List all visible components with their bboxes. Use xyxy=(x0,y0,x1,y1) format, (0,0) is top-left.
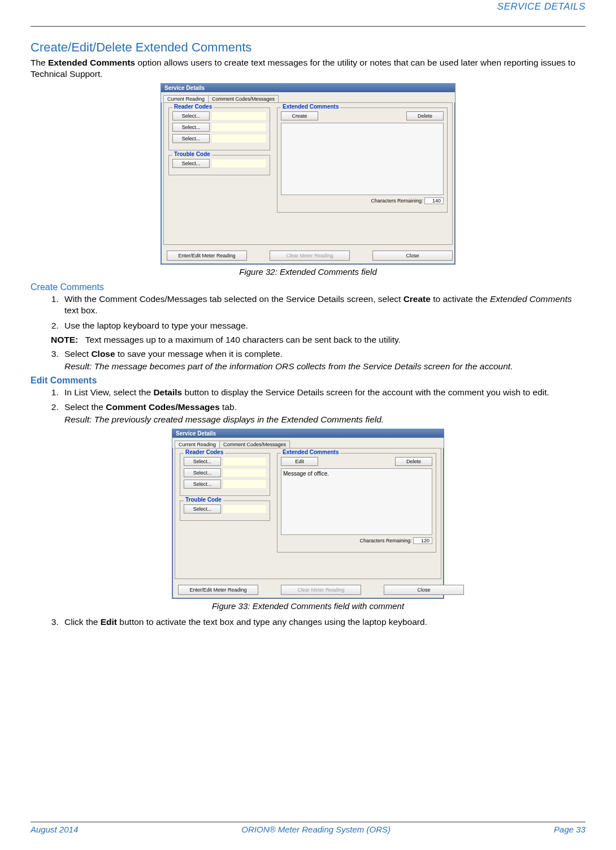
select-button[interactable]: Select... xyxy=(172,123,210,132)
reader-codes-label: Reader Codes xyxy=(172,103,214,110)
intro-pre: The xyxy=(31,58,48,67)
footer-title: ORION® Meter Reading System (ORS) xyxy=(241,825,391,834)
t: text box. xyxy=(64,305,98,315)
edit-steps-cont: Click the Edit button to activate the te… xyxy=(51,616,585,628)
select-button[interactable]: Select... xyxy=(172,111,210,120)
comments-textbox[interactable]: Message of office. xyxy=(281,468,432,535)
t: Select the xyxy=(64,402,106,412)
header-rule xyxy=(31,26,585,27)
t: to activate the xyxy=(431,294,490,304)
section-title: Create/Edit/Delete Extended Comments xyxy=(31,40,585,55)
trouble-code-label: Trouble Code xyxy=(172,151,212,157)
figure-32-caption: Figure 32: Extended Comments field xyxy=(31,267,585,277)
t: Comment Codes/Messages xyxy=(106,402,220,412)
tab-current-reading[interactable]: Current Reading xyxy=(175,441,220,448)
t: button to display the Service Details sc… xyxy=(182,387,549,397)
create-button[interactable]: Create xyxy=(281,111,318,120)
step-1: With the Comment Codes/Messages tab sele… xyxy=(61,294,585,316)
t: Select xyxy=(64,349,91,359)
edit-button[interactable]: Edit xyxy=(281,457,318,466)
select-button[interactable]: Select... xyxy=(184,480,221,489)
figure-32-screenshot: Service Details Current ReadingComment C… xyxy=(160,83,456,265)
chars-remaining: Characters Remaining: 140 xyxy=(281,197,444,204)
footer-page: Page 33 xyxy=(554,825,585,834)
t: With the Comment Codes/Messages tab sele… xyxy=(64,294,404,304)
create-comments-head: Create Comments xyxy=(31,282,585,292)
tab-current-reading[interactable]: Current Reading xyxy=(163,95,209,103)
tab-comment-codes[interactable]: Comment Codes/Messages xyxy=(208,95,279,103)
clear-reading-button[interactable]: Clear Meter Reading xyxy=(270,251,350,261)
figure-33-screenshot: Service Details Current ReadingComment C… xyxy=(172,429,444,599)
t: tab. xyxy=(220,402,237,412)
enter-edit-button[interactable]: Enter/Edit Meter Reading xyxy=(167,251,247,261)
t: In List View, select the xyxy=(64,387,153,397)
select-button[interactable]: Select... xyxy=(184,504,221,514)
estep-1: In List View, select the Details button … xyxy=(61,387,585,398)
clear-reading-button[interactable]: Clear Meter Reading xyxy=(281,585,361,595)
reader-code-field[interactable] xyxy=(212,135,266,143)
intro-bold: Extended Comments xyxy=(48,58,135,67)
estep-2: Select the Comment Codes/Messages tab. R… xyxy=(61,402,585,425)
comments-textbox[interactable] xyxy=(281,123,444,195)
t: Create xyxy=(404,294,431,304)
edit-comments-head: Edit Comments xyxy=(31,376,585,386)
select-button[interactable]: Select... xyxy=(172,159,210,168)
footer-date: August 2014 xyxy=(31,825,78,834)
t: Edit xyxy=(101,617,117,627)
enter-edit-button[interactable]: Enter/Edit Meter Reading xyxy=(178,585,258,595)
close-button[interactable]: Close xyxy=(384,585,464,595)
extended-comments-label: Extended Comments xyxy=(281,449,340,455)
note-label: NOTE: xyxy=(51,335,78,344)
page-footer: August 2014 ORION® Meter Reading System … xyxy=(31,822,585,834)
chars-label: Characters Remaining: xyxy=(371,198,423,204)
reader-code-field[interactable] xyxy=(212,123,266,131)
trouble-code-label: Trouble Code xyxy=(184,497,223,503)
t: Click the xyxy=(64,617,101,627)
create-steps-cont: Select Close to save your message when i… xyxy=(51,348,585,372)
t: to save your message when it is complete… xyxy=(115,349,283,359)
note: NOTE: Text messages up to a maximum of 1… xyxy=(51,335,585,345)
t: button to activate the text box and type… xyxy=(117,617,427,627)
t: Extended Comments xyxy=(490,294,572,304)
t: Details xyxy=(153,387,182,397)
delete-button[interactable]: Delete xyxy=(406,111,444,120)
reader-code-field[interactable] xyxy=(223,469,266,477)
chars-remaining: Characters Remaining: 120 xyxy=(281,537,432,544)
intro-text: The Extended Comments option allows user… xyxy=(31,57,585,80)
window-title: Service Details xyxy=(172,429,444,438)
window-title: Service Details xyxy=(161,84,455,92)
close-button[interactable]: Close xyxy=(372,251,453,261)
trouble-code-field[interactable] xyxy=(212,159,266,167)
reader-codes-label: Reader Codes xyxy=(184,449,225,455)
create-steps: With the Comment Codes/Messages tab sele… xyxy=(51,294,585,331)
chars-value: 120 xyxy=(413,537,432,544)
step-3-result: Result: The message becomes part of the … xyxy=(64,361,585,372)
reader-code-field[interactable] xyxy=(212,112,266,120)
edit-steps: In List View, select the Details button … xyxy=(51,387,585,425)
delete-button[interactable]: Delete xyxy=(395,457,432,466)
step-3: Select Close to save your message when i… xyxy=(61,348,585,372)
chars-label: Characters Remaining: xyxy=(359,538,411,543)
t: Close xyxy=(91,349,115,359)
estep-2-result: Result: The previously created message d… xyxy=(64,414,585,425)
step-2: Use the laptop keyboard to type your mes… xyxy=(61,320,585,331)
tab-comment-codes[interactable]: Comment Codes/Messages xyxy=(219,441,290,448)
chars-value: 140 xyxy=(424,197,444,204)
select-button[interactable]: Select... xyxy=(172,134,210,143)
estep-3: Click the Edit button to activate the te… xyxy=(61,616,585,628)
header-label: SERVICE DETAILS xyxy=(31,0,585,15)
reader-code-field[interactable] xyxy=(223,480,266,488)
trouble-code-field[interactable] xyxy=(223,505,266,513)
extended-comments-label: Extended Comments xyxy=(281,103,340,110)
reader-code-field[interactable] xyxy=(223,458,266,465)
select-button[interactable]: Select... xyxy=(184,457,221,466)
select-button[interactable]: Select... xyxy=(184,468,221,477)
note-text: Text messages up to a maximum of 140 cha… xyxy=(85,335,401,344)
figure-33-caption: Figure 33: Extended Comments field with … xyxy=(31,601,585,611)
